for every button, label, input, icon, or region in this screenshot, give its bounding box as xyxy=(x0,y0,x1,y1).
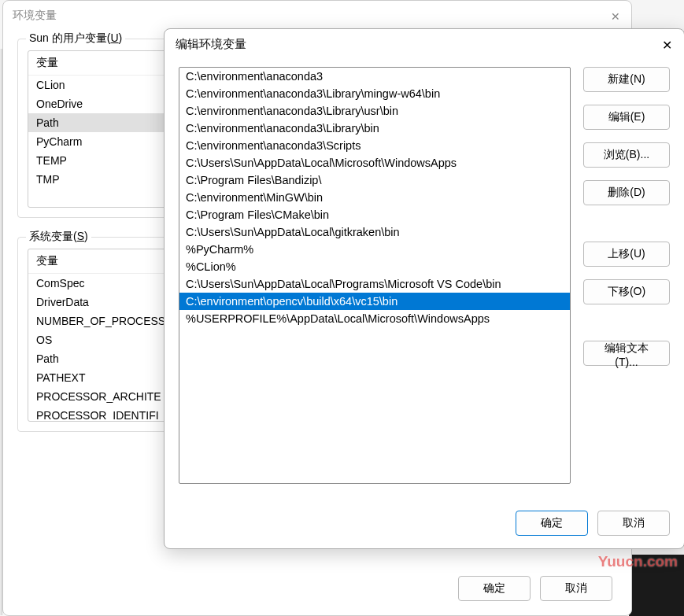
path-item[interactable]: C:\Program Files\Bandizip\ xyxy=(179,172,570,189)
path-item[interactable]: C:\environment\opencv\build\x64\vc15\bin xyxy=(179,293,570,310)
browse-button[interactable]: 浏览(B)... xyxy=(583,142,670,168)
path-list[interactable]: C:\environment\anaconda3C:\environment\a… xyxy=(179,67,571,484)
new-button[interactable]: 新建(N) xyxy=(583,67,670,92)
back-bottom-buttons: 确定 取消 xyxy=(458,576,612,601)
close-icon[interactable]: ✕ xyxy=(605,6,627,28)
path-item[interactable]: %PyCharm% xyxy=(179,241,570,258)
path-item[interactable]: %USERPROFILE%\AppData\Local\Microsoft\Wi… xyxy=(179,310,570,327)
user-vars-label: Sun 的用户变量(U) xyxy=(26,31,125,46)
path-item[interactable]: %CLion% xyxy=(179,258,570,275)
path-item[interactable]: C:\environment\anaconda3\Scripts xyxy=(179,137,570,154)
path-item[interactable]: C:\environment\MinGW\bin xyxy=(179,189,570,206)
cancel-button[interactable]: 取消 xyxy=(540,576,612,601)
delete-button[interactable]: 删除(D) xyxy=(583,180,670,205)
move-down-button[interactable]: 下移(O) xyxy=(583,279,670,304)
edit-env-var-titlebar: 编辑环境变量 xyxy=(165,29,684,59)
edit-env-var-window: 编辑环境变量 ✕ C:\environment\anaconda3C:\envi… xyxy=(164,28,684,549)
system-vars-label: 系统变量(S) xyxy=(26,230,91,244)
env-vars-titlebar: 环境变量 xyxy=(3,1,631,31)
ok-button[interactable]: 确定 xyxy=(516,511,588,536)
env-vars-title: 环境变量 xyxy=(13,9,57,23)
path-item[interactable]: C:\environment\anaconda3 xyxy=(179,68,570,85)
ok-button[interactable]: 确定 xyxy=(458,576,531,601)
path-item[interactable]: C:\environment\anaconda3\Library\usr\bin xyxy=(179,102,570,120)
side-buttons: 新建(N) 编辑(E) 浏览(B)... 删除(D) 上移(U) 下移(O) 编… xyxy=(583,67,670,534)
path-item[interactable]: C:\Program Files\CMake\bin xyxy=(179,206,570,223)
path-item[interactable]: C:\Users\Sun\AppData\Local\gitkraken\bin xyxy=(179,223,570,241)
background-strip xyxy=(629,555,684,616)
edit-env-var-title: 编辑环境变量 xyxy=(176,37,246,52)
path-item[interactable]: C:\environment\anaconda3\Library\bin xyxy=(179,120,570,137)
path-item[interactable]: C:\environment\anaconda3\Library\mingw-w… xyxy=(179,85,570,102)
close-icon[interactable]: ✕ xyxy=(657,35,676,54)
front-bottom-buttons: 确定 取消 xyxy=(516,511,670,536)
move-up-button[interactable]: 上移(U) xyxy=(583,242,670,267)
path-item[interactable]: C:\Users\Sun\AppData\Local\Microsoft\Win… xyxy=(179,154,570,172)
path-item[interactable]: C:\Users\Sun\AppData\Local\Programs\Micr… xyxy=(179,275,570,293)
edit-button[interactable]: 编辑(E) xyxy=(583,105,670,130)
cancel-button[interactable]: 取消 xyxy=(597,511,670,536)
edit-text-button[interactable]: 编辑文本(T)... xyxy=(583,341,670,366)
